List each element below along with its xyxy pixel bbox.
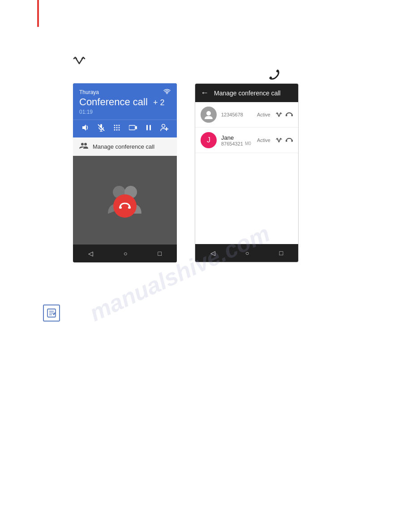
carrier-name: Thuraya bbox=[79, 89, 99, 95]
svg-rect-35 bbox=[286, 115, 287, 116]
svg-rect-31 bbox=[128, 206, 131, 209]
mute-icon[interactable] bbox=[97, 124, 105, 134]
svg-rect-39 bbox=[286, 140, 287, 142]
split-call-icon-1[interactable] bbox=[276, 111, 282, 119]
right-home-nav[interactable]: ○ bbox=[245, 249, 249, 257]
end-call-button[interactable] bbox=[113, 194, 137, 218]
contact-1-info: 12345678 bbox=[221, 112, 253, 117]
svg-marker-5 bbox=[82, 124, 86, 131]
svg-point-16 bbox=[114, 129, 116, 131]
avatar-grey bbox=[201, 107, 217, 123]
svg-rect-22 bbox=[150, 125, 151, 130]
left-nav-bar: ◁ ○ □ bbox=[73, 245, 177, 262]
carrier-row: Thuraya bbox=[79, 89, 171, 95]
right-recents-nav[interactable]: □ bbox=[279, 249, 283, 257]
hangup-icon-1[interactable] bbox=[286, 111, 293, 119]
call-title: Conference call + 2 bbox=[79, 96, 171, 108]
svg-rect-36 bbox=[291, 115, 293, 116]
contact-row-2: J Jane 87654321 M0 Active bbox=[195, 128, 298, 153]
split-call-icon-2[interactable] bbox=[276, 137, 282, 144]
call-controls bbox=[73, 120, 177, 137]
contact-2-badge: M0 bbox=[245, 141, 251, 146]
screens-container: Thuraya Conference call + 2 01:19 bbox=[73, 83, 299, 262]
contact-1-number: 12345678 bbox=[221, 112, 253, 117]
hangup-icon-2[interactable] bbox=[286, 136, 293, 144]
svg-point-26 bbox=[81, 143, 84, 146]
contact-2-name: Jane bbox=[221, 134, 253, 141]
group-icon bbox=[79, 142, 88, 151]
recents-nav-icon[interactable]: □ bbox=[158, 250, 162, 257]
contact-2-status: Active bbox=[257, 137, 270, 143]
manage-conference-label: Manage conference call bbox=[93, 143, 154, 150]
svg-point-15 bbox=[119, 127, 120, 129]
right-nav-bar: ◁ ○ □ bbox=[195, 244, 298, 262]
call-timer: 01:19 bbox=[79, 109, 171, 115]
contact-list: 12345678 Active bbox=[195, 102, 298, 244]
speaker-icon[interactable] bbox=[81, 124, 90, 134]
contact-row-1: 12345678 Active bbox=[195, 102, 298, 128]
svg-point-23 bbox=[162, 124, 165, 128]
svg-rect-21 bbox=[146, 125, 148, 130]
note-icon-box bbox=[43, 305, 60, 322]
wifi-icon bbox=[163, 89, 171, 95]
back-arrow-icon[interactable]: ← bbox=[201, 88, 209, 98]
contact-2-actions: Active bbox=[257, 136, 293, 144]
avatar-area bbox=[73, 156, 177, 245]
svg-point-4 bbox=[167, 93, 167, 94]
back-nav-icon[interactable]: ◁ bbox=[88, 250, 93, 257]
avatar-letter: J bbox=[207, 136, 210, 144]
avatar-red: J bbox=[201, 132, 217, 148]
fork-icon bbox=[73, 54, 86, 68]
left-bar bbox=[37, 0, 39, 27]
conference-call-label: Conference call bbox=[79, 96, 148, 107]
add-call-icon[interactable] bbox=[129, 124, 137, 134]
hold-icon[interactable] bbox=[145, 124, 153, 134]
svg-point-18 bbox=[119, 129, 120, 131]
contact-1-actions: Active bbox=[257, 111, 293, 119]
manage-title: Manage conference call bbox=[214, 90, 281, 97]
svg-point-13 bbox=[114, 127, 116, 129]
hangup-above-icon bbox=[266, 67, 283, 84]
plus-count: + 2 bbox=[153, 98, 165, 107]
svg-point-17 bbox=[116, 129, 118, 131]
contact-1-status: Active bbox=[257, 112, 270, 117]
svg-point-14 bbox=[116, 127, 118, 129]
contact-2-info: Jane 87654321 M0 bbox=[221, 134, 253, 146]
right-back-nav[interactable]: ◁ bbox=[210, 249, 215, 257]
svg-rect-40 bbox=[291, 140, 293, 142]
keypad-icon[interactable] bbox=[113, 124, 121, 134]
manage-header: ← Manage conference call bbox=[195, 84, 298, 102]
manage-conference-row[interactable]: Manage conference call bbox=[73, 137, 177, 156]
svg-point-10 bbox=[114, 125, 116, 126]
svg-point-27 bbox=[84, 143, 87, 146]
home-nav-icon[interactable]: ○ bbox=[124, 250, 127, 257]
svg-point-11 bbox=[116, 125, 118, 126]
svg-rect-19 bbox=[129, 125, 135, 130]
left-phone-screen: Thuraya Conference call + 2 01:19 bbox=[73, 83, 177, 262]
add-participant-icon[interactable] bbox=[160, 124, 168, 134]
contact-2-number: 87654321 bbox=[221, 141, 243, 146]
svg-point-12 bbox=[119, 125, 120, 126]
svg-rect-30 bbox=[119, 206, 122, 209]
right-phone-screen: ← Manage conference call 12345678 Active bbox=[195, 83, 299, 262]
svg-point-32 bbox=[206, 111, 211, 116]
call-header: Thuraya Conference call + 2 01:19 bbox=[73, 83, 177, 120]
